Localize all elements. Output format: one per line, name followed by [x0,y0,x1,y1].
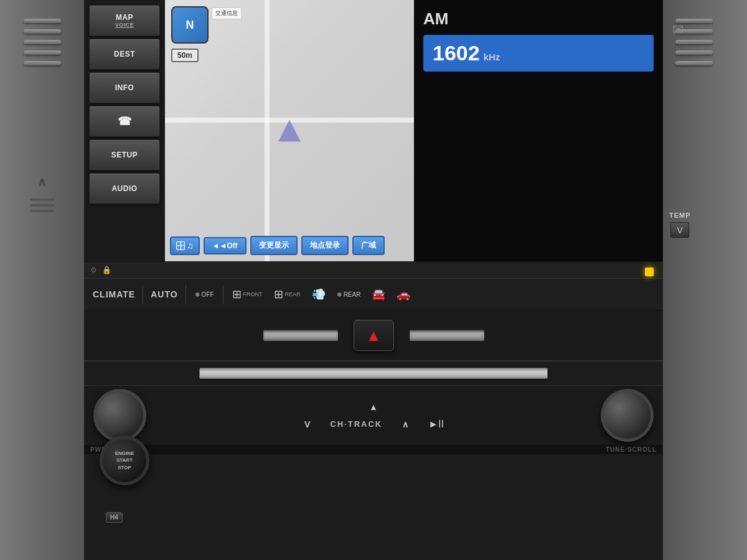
map-voice-button[interactable]: MAP VOICE [89,5,160,36]
cd-slot[interactable] [199,368,548,379]
front-defrost-icon: ⊞ [232,287,242,301]
lock-icon: 🔒 [102,266,111,274]
separator [186,285,186,304]
radio-frequency: 1602 kHz [433,41,644,65]
frequency-value: 1602 [433,41,480,65]
prev-track-button[interactable]: V [303,418,311,431]
register-button[interactable]: 地点登录 [301,236,349,255]
car-front-icon: 🚘 [372,287,385,301]
separator [143,285,143,304]
vent-slat [675,61,713,65]
wing-line [30,198,55,201]
rear-defrost-icon: ⊞ [274,287,283,301]
grid-icon [176,241,185,250]
right-vent-panel: ✉ TEMP V [663,0,747,560]
chevron-down-icon: V [677,225,683,235]
hazard-icon: ▲ [365,326,382,345]
left-vent-panel: ∧ [0,0,84,560]
tune-scroll-knob[interactable] [601,389,654,442]
map-scale: 50m [171,49,199,62]
vent-slat [24,29,61,34]
ch-track-label: CH·TRACK [330,419,382,429]
eject-button[interactable]: ▲ [368,401,379,413]
air-icon: 💨 [312,287,326,301]
wide-button[interactable]: 广域 [352,236,385,255]
wing-line [30,204,55,207]
vent-slat [24,40,61,44]
yellow-indicator [645,268,654,276]
map-road-vertical [265,0,270,261]
left-button-panel: MAP VOICE DEST INFO ☎ SETUP [84,0,165,261]
media-top-row: ▲ [368,401,379,413]
settings-strip: ⚙ 🔒 [84,261,663,278]
engine-start-button[interactable]: ENGINESTARTSTOP [100,436,149,485]
hazard-slider-left[interactable] [263,330,338,341]
nav-arrow-icon [278,120,301,142]
change-display-button[interactable]: 变更显示 [250,236,298,255]
fan-off-button[interactable]: ❄ OFF [192,289,217,301]
hazard-slider-right[interactable] [410,330,484,341]
car-console: ∧ MAP VOICE DEST [0,0,747,560]
fan-icon: ❄ [195,291,200,298]
navigation-map[interactable]: N 50m 交通信息 [165,0,414,261]
pwr-vol-knob[interactable] [93,389,146,442]
compass-button[interactable]: N [171,6,209,44]
frequency-unit: kHz [484,52,500,62]
radio-display: AM 1602 kHz [414,0,663,261]
air-distribution-button[interactable]: 💨 [309,285,328,304]
rear-defrost-button[interactable]: ⊞ REAR [271,285,303,304]
rear-btn-label: REAR [344,291,361,298]
screen-area: MAP VOICE DEST INFO ☎ SETUP [84,0,663,261]
media-controls: ▲ V CH·TRACK ∧ ►II [156,401,591,431]
bottom-controls: ▲ V CH·TRACK ∧ ►II [84,385,663,445]
front-defrost-button[interactable]: ⊞ FRONT [230,285,265,304]
vent-slat [675,50,713,55]
play-pause-button[interactable]: ►II [428,419,444,430]
next-track-button[interactable]: ∧ [401,418,410,431]
rear-fan-icon: ❄ [337,291,342,298]
radio-mode-label: AM [423,9,654,29]
center-console: MAP VOICE DEST INFO ☎ SETUP [84,0,663,560]
temp-label: TEMP [669,212,691,219]
bottom-labels: PWR·VOL TUNE·SCROLL [84,445,663,454]
left-arrow-up-btn[interactable]: ∧ [37,174,47,189]
compass-north: N [186,19,194,32]
vent-slat [24,50,61,55]
separator [223,285,223,304]
message-icon: ✉ [672,22,684,37]
climate-controls: CLIMATE AUTO ❄ OFF ⊞ FRONT ⊞ REAR [84,278,663,310]
hazard-button[interactable]: ▲ [354,320,394,351]
car-rear-icon: 🚗 [397,287,410,301]
music-icon: ♫ [187,241,194,251]
climate-button[interactable]: CLIMATE [92,286,136,302]
h4-badge: H4 [106,512,123,523]
grid-music-button[interactable]: ♫ [170,236,200,255]
hazard-area: ▲ [84,310,663,360]
screen-split: N 50m 交通信息 [165,0,663,261]
rear-label: REAR [285,291,301,297]
car-rear-button[interactable]: 🚗 [394,285,413,304]
temp-down-button[interactable]: V [670,222,689,238]
audio-button[interactable]: AUDIO [89,173,160,204]
dest-button[interactable]: DEST [89,39,160,70]
rear-fan-button[interactable]: ❄ REAR [334,289,364,301]
phone-button[interactable]: ☎ [89,106,160,137]
main-display: N 50m 交通信息 [165,0,663,261]
map-bottom-buttons: ♫ ◄◄Off 变更显示 地点登录 广域 [170,236,409,255]
media-bottom-row: V CH·TRACK ∧ ►II [303,418,444,431]
wing-line [30,210,55,212]
fan-off-label: OFF [202,291,214,298]
radio-frequency-bar: 1602 kHz [423,35,654,72]
car-front-button[interactable]: 🚘 [369,285,388,304]
auto-button[interactable]: AUTO [149,286,179,302]
cd-slot-area [84,360,663,385]
traffic-label: 交通信息 [212,7,242,19]
info-button[interactable]: INFO [89,72,160,103]
off-button[interactable]: ◄◄Off [204,237,247,254]
vent-slat [24,19,61,23]
setup-button[interactable]: SETUP [89,139,160,170]
vent-slat [675,40,713,44]
vent-slat [24,61,61,65]
settings-icon: ⚙ [90,266,97,274]
navigation-arrow [278,120,301,142]
